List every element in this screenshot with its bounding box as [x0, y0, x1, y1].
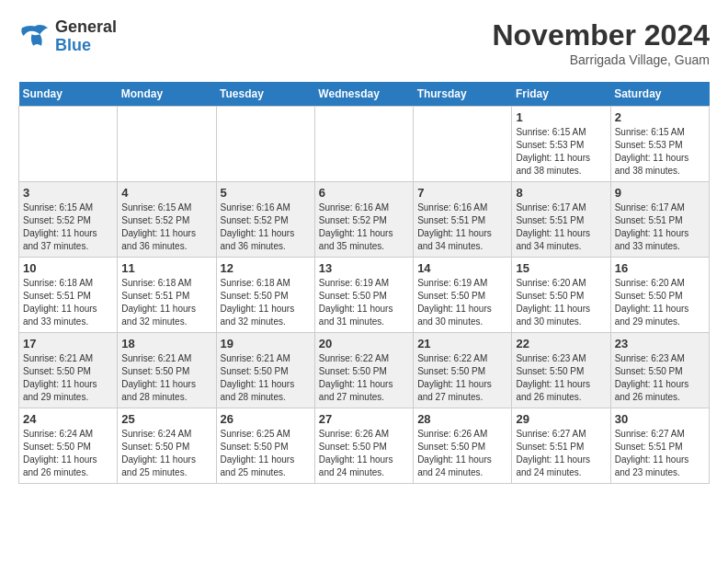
calendar-cell: 29Sunrise: 6:27 AM Sunset: 5:51 PM Dayli… — [512, 408, 610, 484]
day-info: Sunrise: 6:26 AM Sunset: 5:50 PM Dayligh… — [319, 428, 409, 479]
day-info: Sunrise: 6:20 AM Sunset: 5:50 PM Dayligh… — [615, 277, 705, 328]
logo-icon — [18, 23, 51, 51]
calendar-cell: 11Sunrise: 6:18 AM Sunset: 5:51 PM Dayli… — [118, 258, 216, 333]
col-header-saturday: Saturday — [610, 82, 709, 107]
day-info: Sunrise: 6:24 AM Sunset: 5:50 PM Dayligh… — [121, 428, 211, 479]
day-number: 16 — [615, 261, 705, 275]
day-info: Sunrise: 6:27 AM Sunset: 5:51 PM Dayligh… — [615, 428, 705, 479]
day-number: 15 — [516, 261, 606, 275]
calendar-cell — [216, 107, 314, 182]
day-number: 27 — [319, 412, 409, 426]
day-info: Sunrise: 6:21 AM Sunset: 5:50 PM Dayligh… — [221, 352, 311, 404]
calendar-cell: 6Sunrise: 6:16 AM Sunset: 5:52 PM Daylig… — [314, 182, 413, 258]
logo-text-line1: General — [55, 18, 117, 37]
calendar-cell: 10Sunrise: 6:18 AM Sunset: 5:51 PM Dayli… — [19, 258, 118, 333]
col-header-friday: Friday — [512, 82, 610, 107]
calendar-cell: 12Sunrise: 6:18 AM Sunset: 5:50 PM Dayli… — [216, 258, 314, 333]
day-number: 13 — [319, 261, 409, 275]
day-number: 24 — [23, 412, 113, 426]
day-info: Sunrise: 6:15 AM Sunset: 5:52 PM Dayligh… — [121, 201, 211, 253]
calendar-cell: 1Sunrise: 6:15 AM Sunset: 5:53 PM Daylig… — [512, 107, 610, 182]
day-number: 19 — [221, 337, 311, 350]
page-header: General Blue November 2024 Barrigada Vil… — [18, 18, 710, 67]
calendar-cell: 2Sunrise: 6:15 AM Sunset: 5:53 PM Daylig… — [610, 107, 709, 182]
calendar-cell: 19Sunrise: 6:21 AM Sunset: 5:50 PM Dayli… — [216, 333, 314, 408]
day-info: Sunrise: 6:16 AM Sunset: 5:52 PM Dayligh… — [319, 201, 409, 253]
calendar-cell: 22Sunrise: 6:23 AM Sunset: 5:50 PM Dayli… — [512, 333, 610, 408]
title-block: November 2024 Barrigada Village, Guam — [492, 18, 710, 67]
day-number: 18 — [121, 337, 211, 350]
logo: General Blue — [18, 18, 117, 55]
calendar-cell: 30Sunrise: 6:27 AM Sunset: 5:51 PM Dayli… — [610, 408, 709, 484]
location-label: Barrigada Village, Guam — [492, 52, 710, 67]
day-info: Sunrise: 6:17 AM Sunset: 5:51 PM Dayligh… — [516, 201, 606, 253]
calendar-cell: 5Sunrise: 6:16 AM Sunset: 5:52 PM Daylig… — [216, 182, 314, 258]
col-header-tuesday: Tuesday — [216, 82, 314, 107]
day-info: Sunrise: 6:26 AM Sunset: 5:50 PM Dayligh… — [417, 428, 507, 479]
calendar-cell — [314, 107, 413, 182]
calendar-cell: 4Sunrise: 6:15 AM Sunset: 5:52 PM Daylig… — [118, 182, 216, 258]
day-number: 30 — [615, 412, 705, 426]
calendar-table: SundayMondayTuesdayWednesdayThursdayFrid… — [18, 82, 710, 484]
calendar-week-row: 3Sunrise: 6:15 AM Sunset: 5:52 PM Daylig… — [19, 182, 710, 258]
day-number: 12 — [221, 261, 311, 275]
calendar-cell — [118, 107, 216, 182]
day-number: 7 — [417, 186, 507, 200]
day-number: 3 — [23, 186, 113, 200]
day-info: Sunrise: 6:18 AM Sunset: 5:51 PM Dayligh… — [121, 277, 211, 328]
calendar-week-row: 17Sunrise: 6:21 AM Sunset: 5:50 PM Dayli… — [19, 333, 710, 408]
day-info: Sunrise: 6:20 AM Sunset: 5:50 PM Dayligh… — [516, 277, 606, 328]
day-number: 22 — [516, 337, 606, 350]
day-number: 4 — [121, 186, 211, 200]
col-header-wednesday: Wednesday — [314, 82, 413, 107]
day-number: 5 — [221, 186, 311, 200]
calendar-week-row: 10Sunrise: 6:18 AM Sunset: 5:51 PM Dayli… — [19, 258, 710, 333]
day-number: 28 — [417, 412, 507, 426]
calendar-cell — [19, 107, 118, 182]
day-number: 9 — [615, 186, 705, 200]
col-header-sunday: Sunday — [19, 82, 118, 107]
col-header-thursday: Thursday — [414, 82, 512, 107]
month-title: November 2024 — [492, 18, 710, 52]
day-info: Sunrise: 6:16 AM Sunset: 5:52 PM Dayligh… — [221, 201, 311, 253]
day-number: 10 — [23, 261, 113, 275]
calendar-cell: 8Sunrise: 6:17 AM Sunset: 5:51 PM Daylig… — [512, 182, 610, 258]
day-info: Sunrise: 6:21 AM Sunset: 5:50 PM Dayligh… — [23, 352, 113, 404]
calendar-cell: 28Sunrise: 6:26 AM Sunset: 5:50 PM Dayli… — [414, 408, 512, 484]
calendar-cell — [414, 107, 512, 182]
calendar-cell: 16Sunrise: 6:20 AM Sunset: 5:50 PM Dayli… — [610, 258, 709, 333]
calendar-week-row: 24Sunrise: 6:24 AM Sunset: 5:50 PM Dayli… — [19, 408, 710, 484]
day-number: 25 — [121, 412, 211, 426]
day-info: Sunrise: 6:15 AM Sunset: 5:52 PM Dayligh… — [23, 201, 113, 253]
day-info: Sunrise: 6:25 AM Sunset: 5:50 PM Dayligh… — [221, 428, 311, 479]
day-info: Sunrise: 6:27 AM Sunset: 5:51 PM Dayligh… — [516, 428, 606, 479]
calendar-cell: 7Sunrise: 6:16 AM Sunset: 5:51 PM Daylig… — [414, 182, 512, 258]
logo-text-line2: Blue — [55, 37, 117, 55]
calendar-cell: 23Sunrise: 6:23 AM Sunset: 5:50 PM Dayli… — [610, 333, 709, 408]
calendar-cell: 17Sunrise: 6:21 AM Sunset: 5:50 PM Dayli… — [19, 333, 118, 408]
calendar-cell: 3Sunrise: 6:15 AM Sunset: 5:52 PM Daylig… — [19, 182, 118, 258]
calendar-week-row: 1Sunrise: 6:15 AM Sunset: 5:53 PM Daylig… — [19, 107, 710, 182]
day-info: Sunrise: 6:22 AM Sunset: 5:50 PM Dayligh… — [417, 352, 507, 404]
calendar-header-row: SundayMondayTuesdayWednesdayThursdayFrid… — [19, 82, 710, 107]
col-header-monday: Monday — [118, 82, 216, 107]
calendar-cell: 24Sunrise: 6:24 AM Sunset: 5:50 PM Dayli… — [19, 408, 118, 484]
day-number: 11 — [121, 261, 211, 275]
day-info: Sunrise: 6:18 AM Sunset: 5:50 PM Dayligh… — [221, 277, 311, 328]
day-number: 17 — [23, 337, 113, 350]
calendar-cell: 13Sunrise: 6:19 AM Sunset: 5:50 PM Dayli… — [314, 258, 413, 333]
day-number: 29 — [516, 412, 606, 426]
calendar-cell: 14Sunrise: 6:19 AM Sunset: 5:50 PM Dayli… — [414, 258, 512, 333]
day-number: 14 — [417, 261, 507, 275]
day-info: Sunrise: 6:21 AM Sunset: 5:50 PM Dayligh… — [121, 352, 211, 404]
calendar-cell: 25Sunrise: 6:24 AM Sunset: 5:50 PM Dayli… — [118, 408, 216, 484]
day-number: 2 — [615, 110, 705, 124]
calendar-cell: 18Sunrise: 6:21 AM Sunset: 5:50 PM Dayli… — [118, 333, 216, 408]
calendar-cell: 27Sunrise: 6:26 AM Sunset: 5:50 PM Dayli… — [314, 408, 413, 484]
day-number: 8 — [516, 186, 606, 200]
day-number: 20 — [319, 337, 409, 350]
day-number: 1 — [516, 110, 606, 124]
calendar-cell: 9Sunrise: 6:17 AM Sunset: 5:51 PM Daylig… — [610, 182, 709, 258]
calendar-cell: 21Sunrise: 6:22 AM Sunset: 5:50 PM Dayli… — [414, 333, 512, 408]
day-info: Sunrise: 6:16 AM Sunset: 5:51 PM Dayligh… — [417, 201, 507, 253]
